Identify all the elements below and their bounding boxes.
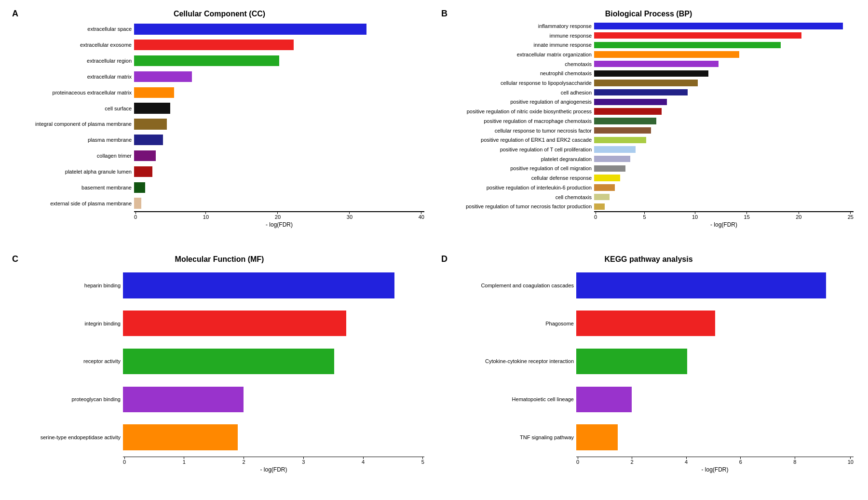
bar-fill	[134, 182, 145, 193]
x-tick-label: 0	[123, 459, 126, 465]
bar-label: cellular defense response	[444, 175, 594, 181]
bar-container	[576, 304, 854, 342]
bar-label: serine-type endopeptidase activity	[14, 434, 123, 440]
bar-container	[594, 202, 854, 211]
x-tick-label: 0	[134, 214, 137, 220]
bar-fill	[594, 51, 739, 57]
panel-a-chart: extracellular spaceextracellular exosome…	[14, 21, 424, 228]
x-tick-label: 2	[243, 459, 245, 465]
bar-fill	[134, 166, 152, 177]
panel-a-title: Cellular Component (CC)	[14, 10, 424, 18]
bar-row: Cytokine-cytokine receptor interaction	[444, 342, 854, 380]
bar-label: extracellular matrix organization	[444, 52, 594, 57]
bar-row: neutrophil chemotaxis	[444, 69, 854, 79]
bar-row: basement membrane	[14, 179, 424, 195]
bar-container	[123, 304, 424, 342]
x-tick-label: 15	[744, 214, 750, 220]
bar-container	[594, 183, 854, 192]
x-tick-label: 40	[419, 214, 424, 220]
bar-label: extracellular matrix	[14, 74, 134, 80]
bar-row: extracellular matrix	[14, 68, 424, 84]
bar-label: immune response	[444, 33, 594, 39]
bar-row: positive regulation of macrophage chemot…	[444, 116, 854, 126]
bar-container	[134, 68, 424, 84]
x-tick: 0	[594, 212, 597, 220]
bar-row: positive regulation of tumor necrosis fa…	[444, 202, 854, 211]
x-tick: 5	[643, 212, 646, 220]
x-tick-label: 4	[362, 459, 365, 465]
x-tick-label: 4	[685, 459, 688, 465]
x-ticks: 0246810	[576, 457, 854, 465]
panel-d-title: KEGG pathway analysis	[444, 255, 854, 264]
panel-c-label: C	[12, 254, 18, 264]
panel-c-chart: heparin bindingintegrin bindingreceptor …	[14, 267, 424, 473]
bar-container	[123, 342, 424, 380]
bar-row: proteinaceous extracellular matrix	[14, 84, 424, 100]
x-tick: 20	[796, 212, 801, 220]
bar-container	[134, 132, 424, 148]
bar-row: positive regulation of cell migration	[444, 164, 854, 174]
bar-container	[594, 154, 854, 164]
bar-row: cell chemotaxis	[444, 192, 854, 202]
bar-label: neutrophil chemotaxis	[444, 70, 594, 76]
x-tick: 20	[275, 212, 281, 220]
bar-row: cellular response to lipopolysaccharide	[444, 78, 854, 88]
bar-label: extracellular region	[14, 58, 134, 64]
bar-container	[134, 100, 424, 116]
x-tick: 10	[692, 212, 698, 220]
bar-label: integral component of plasma membrane	[14, 121, 134, 127]
bar-label: cell surface	[14, 106, 134, 111]
bar-label: extracellular exosome	[14, 42, 134, 48]
bar-row: integral component of plasma membrane	[14, 116, 424, 132]
bar-row: extracellular space	[14, 21, 424, 37]
x-tick: 10	[203, 212, 209, 220]
bar-fill	[134, 135, 163, 145]
bar-row: Complement and coagulation cascades	[444, 267, 854, 305]
panel-d-chart: Complement and coagulation cascadesPhago…	[444, 267, 854, 473]
bar-row: TNF signaling pathway	[444, 419, 854, 457]
bar-container	[594, 78, 854, 88]
bar-fill	[576, 272, 826, 298]
bar-label: plasma membrane	[14, 137, 134, 143]
bar-row: plasma membrane	[14, 132, 424, 148]
x-ticks: 0510152025	[594, 212, 854, 220]
bar-container	[594, 69, 854, 79]
bar-container	[594, 164, 854, 174]
bar-label: TNF signaling pathway	[444, 434, 576, 440]
x-tick: 25	[848, 212, 854, 220]
bar-row: integrin binding	[14, 304, 424, 342]
bar-fill	[594, 23, 843, 29]
x-tick: 1	[183, 457, 186, 465]
bar-fill	[594, 203, 605, 210]
panel-d: D KEGG pathway analysis Complement and c…	[434, 250, 863, 496]
bar-label: integrin binding	[14, 321, 123, 326]
bar-container	[594, 145, 854, 154]
bar-row: external side of plasma membrane	[14, 195, 424, 211]
bar-row: cell adhesion	[444, 88, 854, 97]
bar-label: cell adhesion	[444, 90, 594, 95]
bar-row: serine-type endopeptidase activity	[14, 419, 424, 457]
bar-fill	[594, 127, 651, 134]
bar-fill	[123, 349, 334, 375]
bar-container	[134, 195, 424, 211]
bar-fill	[134, 87, 174, 98]
x-tick-label: 0	[576, 459, 579, 465]
x-tick: 5	[421, 457, 424, 465]
bar-label: positive regulation of angiogenesis	[444, 99, 594, 105]
bar-fill	[594, 118, 656, 124]
bar-fill	[594, 156, 630, 162]
bar-label: proteoglycan binding	[14, 396, 123, 402]
x-tick-label: 8	[793, 459, 796, 465]
bar-label: cell chemotaxis	[444, 194, 594, 200]
bar-container	[123, 267, 424, 305]
panel-a: A Cellular Component (CC) extracellular …	[5, 5, 434, 250]
bar-container	[134, 37, 424, 53]
bar-row: platelet degranulation	[444, 154, 854, 164]
bar-container	[594, 107, 854, 116]
bar-fill	[123, 424, 238, 450]
bar-container	[594, 126, 854, 135]
bar-row: cell surface	[14, 100, 424, 116]
x-tick-label: 10	[848, 459, 854, 465]
bar-label: Phagosome	[444, 321, 576, 326]
panel-c: C Molecular Function (MF) heparin bindin…	[5, 250, 434, 496]
